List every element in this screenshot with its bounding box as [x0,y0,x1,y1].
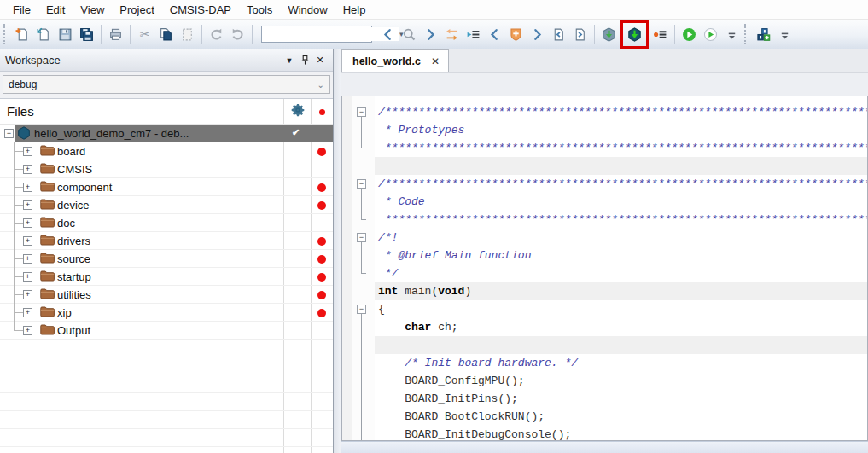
tree-item-source[interactable]: +source [0,250,333,268]
menu-help[interactable]: Help [335,2,374,18]
run-icon [682,27,696,42]
fold-toggle-icon[interactable]: − [357,179,366,189]
tab-label: hello_world.c [352,55,421,67]
expand-icon[interactable]: + [23,236,32,246]
workspace-config-select[interactable]: debug ⌄ [3,75,330,94]
page-prev-button[interactable] [548,24,569,45]
expand-icon[interactable]: + [23,147,32,156]
cmsis-pack-manager-button[interactable] [753,24,774,45]
tree-item-label: doc [57,217,75,229]
toolbar-overflow-button[interactable] [774,24,795,45]
menu-file[interactable]: File [5,2,38,18]
tree-item-hello-world-demo-cm7-deb[interactable]: −hello_world_demo_cm7 - deb...✔ [0,125,333,142]
undo-button[interactable] [206,24,227,45]
play-list-button[interactable] [463,24,484,45]
build-dot [317,148,326,156]
folder-icon [40,180,55,195]
panel-pin-button[interactable] [297,53,312,68]
nav-forward-button[interactable] [420,24,441,45]
expand-icon[interactable]: + [23,272,32,282]
next-chevron-button[interactable] [527,24,548,45]
folder-icon [40,234,55,248]
annotation-highlight-box [620,20,649,49]
tree-item-xip[interactable]: +xip [0,304,333,322]
swap-arrows-button[interactable] [441,24,463,45]
expand-icon[interactable]: + [23,165,32,174]
panel-close-button[interactable]: ✕ [312,53,328,68]
debug-without-download-button[interactable] [650,24,671,45]
tree-connector [14,330,23,331]
toolbar-grip[interactable] [3,24,9,44]
menu-project[interactable]: Project [112,2,161,18]
code-line: /* Init board hardware. */ [375,354,867,372]
code-line [375,157,867,175]
fold-margin: −−−− [352,96,375,440]
tree-item-startup[interactable]: +startup [0,268,333,286]
nav-back-button[interactable] [377,24,399,45]
toolbar-separator [674,25,675,44]
page-next-button[interactable] [569,24,591,45]
redo-button[interactable] [227,24,248,45]
menu-tools[interactable]: Tools [239,2,280,18]
run-button[interactable] [679,24,700,45]
bookmark-shield-button[interactable] [505,24,527,45]
fold-toggle-icon[interactable]: − [357,233,366,242]
build-dot [317,273,326,282]
code-area[interactable]: /***************************************… [375,96,867,440]
tree-item-cmsis[interactable]: +CMSIS [0,160,333,178]
fold-toggle-icon[interactable]: − [357,107,366,117]
menu-edit[interactable]: Edit [38,2,73,18]
expand-icon[interactable]: + [23,326,32,335]
tree-item-device[interactable]: +device [0,196,333,214]
copy-button[interactable] [155,24,177,45]
tree-item-utilities[interactable]: +utilities [0,286,333,304]
expand-icon[interactable]: + [23,290,32,299]
code-line: * Prototypes [375,121,867,139]
save-button[interactable] [55,24,76,45]
expand-icon[interactable]: + [23,183,32,192]
build-dot [317,309,326,317]
new-file-button[interactable] [12,24,33,45]
close-tab-icon[interactable]: ✕ [431,55,440,67]
tree-item-drivers[interactable]: +drivers [0,232,333,250]
swap-arrows-icon [445,27,459,42]
expand-icon[interactable]: + [23,308,32,317]
tree-item-board[interactable]: +board [0,142,333,160]
tree-item-component[interactable]: +component [0,178,333,196]
print-icon [108,27,123,42]
menu-window[interactable]: Window [280,2,335,18]
editor-margin [341,73,868,96]
tree-item-output[interactable]: +Output [0,322,333,340]
panel-splitter[interactable] [334,49,341,453]
download-flash-button[interactable] [598,24,620,45]
paste-button[interactable] [177,24,198,45]
expand-icon[interactable]: + [23,218,32,228]
fold-guide-line [361,242,362,273]
empty-row [0,357,333,375]
folder-icon [40,216,55,230]
prev-chevron-button[interactable] [484,24,505,45]
collapse-icon[interactable]: − [4,129,14,138]
print-button[interactable] [105,24,126,45]
horizontal-scrollbar[interactable] [341,441,868,453]
expand-icon[interactable]: + [23,200,32,210]
save-all-button[interactable] [76,24,97,45]
toolbar-grip[interactable] [744,24,749,44]
search-button[interactable] [399,24,420,45]
download-and-debug-icon [627,27,642,42]
toolbar-search-combo[interactable]: ▾ [261,26,372,43]
fold-toggle-icon[interactable]: − [357,305,366,314]
cut-button[interactable]: ✂ [134,24,155,45]
expand-icon[interactable]: + [23,254,32,264]
panel-menu-button[interactable]: ▼ [282,53,297,68]
menu-cmsis-dap[interactable]: CMSIS-DAP [162,2,239,18]
run-to-cursor-button[interactable] [700,24,721,45]
menu-view[interactable]: View [73,2,112,18]
tab-hello-world-c[interactable]: hello_world.c ✕ [341,49,449,72]
toolbar-overflow-button[interactable] [721,24,743,45]
download-and-debug-button[interactable] [624,24,645,45]
open-file-button[interactable] [33,24,55,45]
tree-connector [14,223,23,224]
tree-item-doc[interactable]: +doc [0,214,333,232]
breakpoint-margin[interactable] [342,96,352,440]
